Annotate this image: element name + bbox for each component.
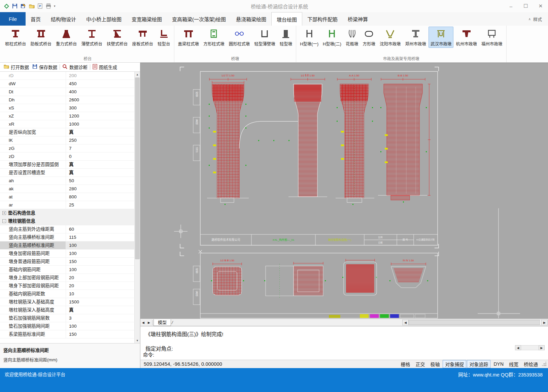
ribbon-item-2-2[interactable]: 花瓶墩 xyxy=(344,27,361,48)
scroll-right-icon[interactable]: ▶ xyxy=(539,345,545,350)
ribbon-item-2-6[interactable]: 武汉市政墩 xyxy=(429,27,454,48)
scroll-right-icon[interactable]: ▶ xyxy=(541,320,548,325)
scrollbar-thumb[interactable] xyxy=(135,77,140,259)
property-value[interactable]: 100 xyxy=(66,250,134,257)
property-value[interactable]: 1000 xyxy=(66,120,134,128)
status-toggle-7[interactable]: 桥绘通 xyxy=(521,360,541,368)
property-row-27[interactable]: 基础内钢筋间距数10 xyxy=(0,290,134,298)
ribbon-item-2-8[interactable]: 福州市政墩 xyxy=(479,27,505,48)
property-value[interactable]: 800 xyxy=(66,193,134,201)
ribbon-item-1-3[interactable]: 轻型薄壁墩 xyxy=(252,27,277,48)
scroll-down-icon[interactable]: ▼ xyxy=(135,338,140,343)
property-row-26[interactable]: 墩身下部加密段钢筋间距20 xyxy=(0,282,134,290)
property-value[interactable]: 50 xyxy=(66,177,134,185)
property-row-29[interactable]: 墩柱钢筋深入基础高度真 xyxy=(0,306,134,314)
property-row-8[interactable]: lK250 xyxy=(0,136,134,144)
ribbon-item-0-1[interactable]: 肋板式桥台 xyxy=(29,27,54,48)
property-value[interactable]: 20 xyxy=(66,282,134,290)
property-value[interactable]: 150 xyxy=(66,258,134,265)
ribbon-item-0-0[interactable]: 桩柱式桥台 xyxy=(3,27,28,48)
property-value[interactable]: 真 xyxy=(66,161,134,168)
ribbon-item-2-4[interactable]: 沈阳市政墩 xyxy=(378,27,403,48)
save-icon[interactable] xyxy=(12,3,18,9)
scrollbar-thumb[interactable] xyxy=(409,320,540,325)
property-value[interactable]: 真 xyxy=(66,306,134,314)
plot-preview-icon[interactable]: P xyxy=(37,3,43,9)
status-toggle-0[interactable]: 栅格 xyxy=(398,360,413,368)
property-row-2[interactable]: Dt400 xyxy=(0,88,134,96)
property-value[interactable]: 0 xyxy=(66,153,134,160)
minimize-button[interactable]: – xyxy=(504,1,518,11)
status-toggle-5[interactable]: DYN xyxy=(491,361,506,367)
property-value[interactable]: 2600 xyxy=(66,96,134,104)
maximize-button[interactable]: ☐ xyxy=(518,1,533,11)
command-line-area[interactable]: 《墩柱钢筋构造图(三)》绘制完成! 指定对角点: ◀ ▶ 命令: xyxy=(140,326,548,360)
ribbon-item-0-2[interactable]: 重力式桥台 xyxy=(54,27,79,48)
property-group-row-18[interactable]: −墩柱钢筋信息 xyxy=(0,217,134,225)
expand-icon[interactable]: + xyxy=(2,211,6,215)
property-value[interactable]: 3 xyxy=(66,314,134,322)
property-value[interactable]: 300 xyxy=(66,104,134,112)
status-toggle-2[interactable]: 极轴 xyxy=(427,360,442,368)
property-value[interactable]: 20 xyxy=(66,274,134,282)
ribbon-tab-0[interactable]: File xyxy=(0,12,26,26)
property-row-4[interactable]: xS300 xyxy=(0,104,134,112)
scrollbar-track[interactable] xyxy=(521,345,539,350)
property-value[interactable]: 10 xyxy=(66,290,134,298)
ribbon-tab-1[interactable]: 首页 xyxy=(26,12,46,26)
property-row-21[interactable]: 竖向主筋顺桥标准间距100 xyxy=(0,241,134,250)
property-value[interactable]: 200 xyxy=(66,72,134,79)
ribbon-tab-5[interactable]: 变高箱梁(一次落架)绘图 xyxy=(167,12,231,26)
property-row-1[interactable]: dW450 xyxy=(0,80,134,88)
collapse-icon[interactable]: − xyxy=(2,219,6,223)
layout-prev-icon[interactable]: ◀ xyxy=(140,319,146,326)
ribbon-item-2-5[interactable]: 郑州市政墩 xyxy=(403,27,428,48)
status-toggle-3[interactable]: 对象捕捉 xyxy=(443,360,466,368)
ribbon-item-2-0[interactable]: H型墩(一) xyxy=(298,27,320,48)
horizontal-scrollbar[interactable]: ◀ ▶ xyxy=(402,320,548,326)
ribbon-item-0-5[interactable]: 座板式桥台 xyxy=(130,27,156,48)
app-logo-icon[interactable] xyxy=(3,3,9,9)
property-row-12[interactable]: 是否设置凹槽造型真 xyxy=(0,169,134,177)
print-icon[interactable] xyxy=(45,3,52,9)
scroll-up-icon[interactable]: ▲ xyxy=(135,72,140,77)
property-row-9[interactable]: zG7 xyxy=(0,144,134,153)
property-row-5[interactable]: xZ1200 xyxy=(0,112,134,120)
style-button[interactable]: ∧样式 xyxy=(528,12,542,26)
resize-grip[interactable] xyxy=(542,362,547,367)
property-value[interactable]: 150 xyxy=(66,330,134,338)
ribbon-tab-9[interactable]: 桥梁神算 xyxy=(343,12,373,26)
command-input-line[interactable]: 命令: xyxy=(143,351,154,358)
property-row-25[interactable]: 墩身上部加密段钢筋间距20 xyxy=(0,274,134,282)
ribbon-item-2-3[interactable]: 方形墩 xyxy=(361,27,377,48)
property-row-6[interactable]: xR1000 xyxy=(0,120,134,128)
property-value[interactable]: 真 xyxy=(66,128,134,136)
panel-tool-0[interactable]: 打开数据 xyxy=(2,63,31,71)
property-row-22[interactable]: 墩身加密段箍筋间距100 xyxy=(0,250,134,258)
ribbon-tab-7[interactable]: 墩台绘图 xyxy=(271,12,302,26)
property-value[interactable]: 250 xyxy=(66,136,134,144)
property-group-row-17[interactable]: +垫石构造信息 xyxy=(0,209,134,217)
status-toggle-4[interactable]: 对象追踪 xyxy=(467,360,490,368)
property-row-11[interactable]: 墩顶加厚部分是否圆弧倒真 xyxy=(0,161,134,169)
property-row-20[interactable]: 竖向主筋横桥标准间距115 xyxy=(0,233,134,241)
property-row-13[interactable]: ah50 xyxy=(0,177,134,185)
layout-next-icon[interactable]: ▶ xyxy=(146,319,152,326)
open-icon[interactable] xyxy=(29,3,35,9)
ribbon-tab-6[interactable]: 悬浇箱梁绘图 xyxy=(231,12,271,26)
property-value[interactable]: 400 xyxy=(66,88,134,96)
property-value[interactable]: 280 xyxy=(66,185,134,193)
ribbon-item-0-6[interactable]: 轻型台 xyxy=(156,27,172,48)
property-row-31[interactable]: 垫石加强钢筋网间距100 xyxy=(0,322,134,330)
panel-tool-1[interactable]: 保存数据 xyxy=(31,63,59,71)
property-row-10[interactable]: zD0 xyxy=(0,153,134,161)
property-value[interactable]: 7 xyxy=(66,144,134,152)
ribbon-item-0-3[interactable]: 薄壁式桥台 xyxy=(79,27,105,48)
ribbon-item-2-1[interactable]: H型墩(二) xyxy=(321,27,343,48)
cad-viewport[interactable]: 校审 复核 设计 1/2 Ⅰ-Ⅰ 1:50 1/2 Ⅱ-Ⅱ 1:50 A xyxy=(140,63,548,319)
property-value[interactable]: 1500 xyxy=(66,298,134,306)
property-value[interactable]: 100 xyxy=(66,241,134,249)
property-value[interactable]: 60 xyxy=(66,225,134,233)
property-row-28[interactable]: 墩柱钢筋深入基础高度1500 xyxy=(0,298,134,306)
model-tab[interactable]: 模型 xyxy=(153,319,171,326)
